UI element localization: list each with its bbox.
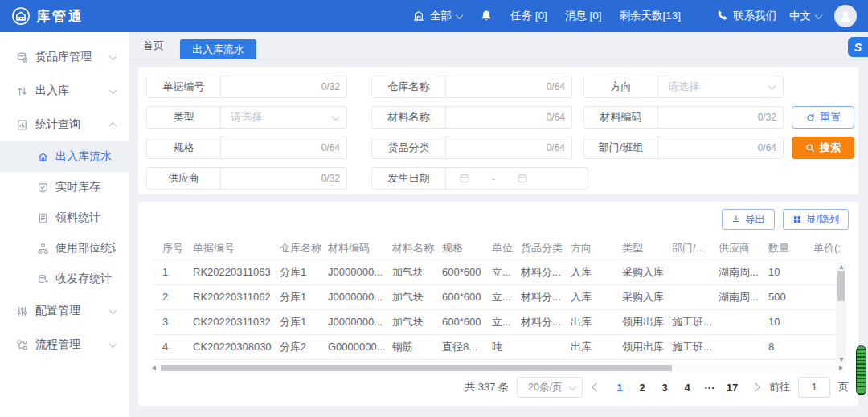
sidebar-item-config[interactable]: 配置管理 — [0, 294, 129, 328]
horizontal-scrollbar[interactable] — [149, 363, 845, 373]
table-cell: 加气块 — [388, 309, 438, 334]
column-header: 材料名称 — [388, 237, 438, 260]
page-ellipsis[interactable]: ··· — [700, 382, 719, 394]
brand[interactable]: 库管通 — [11, 6, 84, 26]
scroll-right-arrow[interactable] — [839, 366, 843, 370]
refresh-icon — [805, 112, 816, 123]
supplier-label: 供应商 — [146, 167, 221, 190]
sidebar-item-usage-part-stats[interactable]: 使用部位统计 — [0, 233, 129, 264]
goto-label: 前往 — [769, 380, 790, 395]
page-button-2[interactable]: 2 — [633, 382, 652, 394]
tab-bar: 首页 出入库流水 — [129, 32, 868, 60]
scroll-down-arrow[interactable] — [839, 358, 844, 362]
page-button-3[interactable]: 3 — [655, 382, 674, 394]
category-label: 货品分类 — [371, 137, 446, 159]
table-row[interactable]: 4CK20220308030分库2G0000000...钢筋直径8...吨出库领… — [153, 334, 840, 359]
tab-inout-flow[interactable]: 出入库流水 — [180, 39, 256, 59]
scope-selector[interactable]: 全部 — [412, 9, 462, 23]
table-cell: 施工班... — [668, 309, 714, 334]
user-icon — [837, 8, 854, 24]
filter-category: 货品分类 0/64 — [371, 137, 572, 159]
filter-warehouse: 仓库名称 0/64 — [371, 76, 572, 98]
chevron-down-icon — [109, 52, 117, 60]
table-cell: 领用出库 — [618, 334, 668, 359]
category-input[interactable]: 0/64 — [445, 137, 572, 159]
column-header: 序号 — [153, 237, 189, 260]
table-cell: 入库 — [567, 284, 618, 309]
direction-select[interactable]: 请选择 — [657, 76, 784, 98]
table-row[interactable]: 2RK20220311062分库1J0000000...加气块600*600立.… — [153, 284, 840, 309]
export-button[interactable]: 导出 — [722, 209, 775, 230]
table-cell: 加气块 — [388, 284, 438, 309]
spec-input[interactable]: 0/64 — [220, 137, 347, 159]
sidebar-item-stats[interactable]: 统计查询 — [0, 108, 129, 141]
days-left-badge: 剩余天数[13] — [620, 9, 682, 23]
material-code-label: 材料编码 — [583, 106, 658, 129]
toggle-columns-button[interactable]: 显/隐列 — [783, 209, 849, 230]
type-select[interactable]: 请选择 — [220, 106, 347, 129]
table-cell: 立... — [488, 284, 517, 309]
sidebar-item-material-stats[interactable]: 领料统计 — [0, 202, 129, 233]
goods-store-icon — [16, 51, 28, 63]
department-input[interactable]: 0/64 — [657, 137, 784, 159]
material-name-input[interactable]: 0/64 — [445, 106, 572, 129]
sidebar-item-inout[interactable]: 出入库 — [0, 74, 129, 108]
search-button[interactable]: 搜索 — [792, 137, 854, 159]
table-row[interactable]: 3CK20220311032分库1J0000000...加气块600*600立.… — [153, 309, 840, 334]
table-cell: 600*600 — [438, 284, 488, 309]
char-counter: 0/32 — [321, 173, 340, 184]
table-toolbar: 导出 显/隐列 — [722, 209, 849, 230]
sidebar-item-send-receive-stats[interactable]: 收发存统计 — [0, 264, 129, 294]
goto-page-input[interactable]: 1 — [798, 377, 830, 398]
brand-title: 库管通 — [36, 7, 84, 26]
vertical-scrollbar[interactable] — [836, 263, 846, 364]
tasks-link[interactable]: 任务 [0] — [510, 9, 547, 23]
table-panel: 导出 显/隐列 序号单据编号仓库名称材料编码材料名称规格单位货品分类方向类型部门… — [138, 202, 858, 406]
workflow-icon — [16, 339, 28, 351]
table-cell: CK20220311032 — [189, 309, 276, 334]
floating-widget-green[interactable] — [856, 345, 866, 395]
next-page-button[interactable] — [750, 384, 761, 390]
search-icon — [805, 143, 816, 153]
horizontal-scroll-thumb[interactable] — [161, 365, 672, 371]
bell-icon[interactable] — [480, 10, 493, 22]
supplier-input[interactable]: 0/32 — [220, 167, 347, 190]
vertical-scroll-thumb[interactable] — [837, 271, 845, 301]
table-cell — [668, 260, 714, 284]
page-size-select[interactable]: 20条/页 — [517, 377, 583, 398]
table-cell: 吨 — [488, 334, 517, 359]
prev-page-button[interactable] — [591, 384, 602, 390]
column-header: 材料编码 — [324, 237, 388, 260]
page-button-4[interactable]: 4 — [678, 382, 697, 394]
tab-home[interactable]: 首页 — [138, 39, 169, 59]
avatar[interactable] — [834, 5, 857, 27]
date-range-input[interactable]: - — [445, 167, 588, 190]
sidebar-item-goods[interactable]: 货品库管理 — [0, 40, 129, 74]
page-button-1[interactable]: 1 — [610, 382, 629, 394]
sidebar-item-realtime-stock[interactable]: 实时库存 — [0, 172, 129, 202]
realtime-stock-icon — [37, 182, 49, 194]
contact-us-link[interactable]: 联系我们 — [715, 9, 776, 23]
table-cell: 材料分... — [517, 309, 567, 334]
reset-button[interactable]: 重置 — [792, 106, 854, 129]
table-cell: 立... — [488, 260, 517, 284]
table-row[interactable]: 1RK20220311063分库1J0000000...加气块600*600立.… — [153, 260, 840, 284]
table-cell: 1 — [153, 260, 189, 284]
table-cell: 分库1 — [276, 309, 324, 334]
table-cell: 加气块 — [388, 260, 438, 284]
sidebar-item-process[interactable]: 流程管理 — [0, 328, 129, 362]
page-button-17[interactable]: 17 — [723, 382, 742, 394]
char-counter: 0/64 — [547, 142, 565, 153]
messages-link[interactable]: 消息 [0] — [565, 9, 602, 23]
table-cell: 直径8... — [438, 334, 488, 359]
language-selector[interactable]: 中文 — [789, 9, 821, 23]
sidebar-item-inout-flow[interactable]: 出入库流水 — [0, 141, 129, 172]
floating-widget-s[interactable]: S — [848, 37, 868, 57]
filter-material-code: 材料编码 0/32 — [583, 106, 784, 129]
doc-no-input[interactable]: 0/32 — [220, 76, 347, 98]
table-cell: J0000000... — [324, 309, 388, 334]
material-code-input[interactable]: 0/32 — [657, 106, 784, 129]
warehouse-input[interactable]: 0/64 — [445, 76, 572, 98]
filter-date: 发生日期 - — [371, 167, 588, 190]
chevron-up-icon — [109, 121, 117, 129]
